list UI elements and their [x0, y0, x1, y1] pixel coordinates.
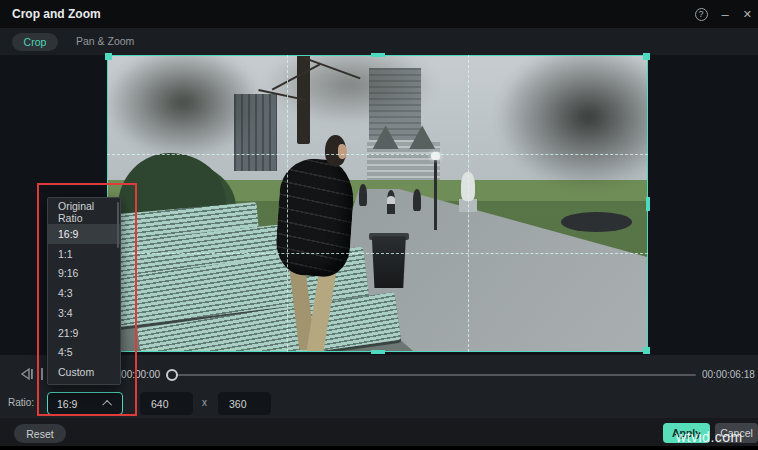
ratio-option-custom[interactable]: Custom: [48, 362, 120, 382]
ratio-option-9-16[interactable]: 9:16: [48, 264, 120, 284]
ratio-option-1-1[interactable]: 1:1: [48, 244, 120, 264]
timeline-slider[interactable]: [168, 365, 700, 385]
previous-frame-icon[interactable]: [18, 367, 36, 381]
ratio-label: Ratio:: [8, 397, 34, 408]
ratio-option-4-3[interactable]: 4:3: [48, 283, 120, 303]
apply-button[interactable]: Apply: [663, 423, 710, 443]
crop-handle-right[interactable]: [646, 197, 650, 211]
footer-bar: Reset Apply Cancel: [0, 418, 758, 446]
video-preview: [107, 55, 648, 352]
ratio-option-4-5[interactable]: 4:5: [48, 343, 120, 363]
minimize-icon[interactable]: –: [722, 8, 729, 21]
ratio-option-3-4[interactable]: 3:4: [48, 303, 120, 323]
ratio-dropdown-menu: Original Ratio16:91:19:164:33:421:94:5Cu…: [47, 197, 121, 385]
title-bar: Crop and Zoom ? – ✕: [0, 0, 758, 28]
slider-thumb[interactable]: [166, 369, 178, 381]
tab-crop[interactable]: Crop: [12, 33, 58, 51]
slider-track[interactable]: [168, 374, 696, 376]
ratio-option-21-9[interactable]: 21:9: [48, 323, 120, 343]
crop-selection-box[interactable]: [107, 55, 648, 352]
window-controls: ? – ✕: [695, 0, 752, 28]
crop-handle-top-left[interactable]: [105, 53, 112, 60]
dialog-title: Crop and Zoom: [12, 7, 101, 21]
ratio-select-value: 16:9: [57, 398, 105, 410]
total-duration: 00:00:06:18: [702, 369, 755, 380]
crop-and-zoom-dialog: Crop and Zoom ? – ✕ Crop Pan & Zoom: [0, 0, 758, 450]
ratio-option-16-9[interactable]: 16:9: [48, 224, 120, 244]
ratio-option-original-ratio[interactable]: Original Ratio: [48, 200, 120, 224]
height-input[interactable]: [218, 392, 271, 415]
tab-bar: Crop Pan & Zoom: [0, 28, 758, 55]
crop-handle-bottom[interactable]: [371, 350, 385, 354]
tab-pan-zoom[interactable]: Pan & Zoom: [76, 35, 134, 47]
ratio-dropdown-items: Original Ratio16:91:19:164:33:421:94:5Cu…: [48, 200, 120, 382]
crop-handle-top[interactable]: [371, 53, 385, 57]
dropdown-scrollbar[interactable]: [117, 202, 119, 248]
crop-handle-top-right[interactable]: [643, 53, 650, 60]
help-icon[interactable]: ?: [695, 8, 708, 21]
close-icon[interactable]: ✕: [743, 9, 752, 20]
reset-button[interactable]: Reset: [14, 424, 66, 443]
crop-handle-bottom-right[interactable]: [643, 347, 650, 354]
window-bottom-edge: [0, 446, 758, 450]
dimension-separator: x: [202, 397, 207, 408]
cancel-button[interactable]: Cancel: [715, 423, 758, 443]
width-input[interactable]: [140, 392, 193, 415]
ratio-select[interactable]: 16:9: [47, 392, 123, 415]
